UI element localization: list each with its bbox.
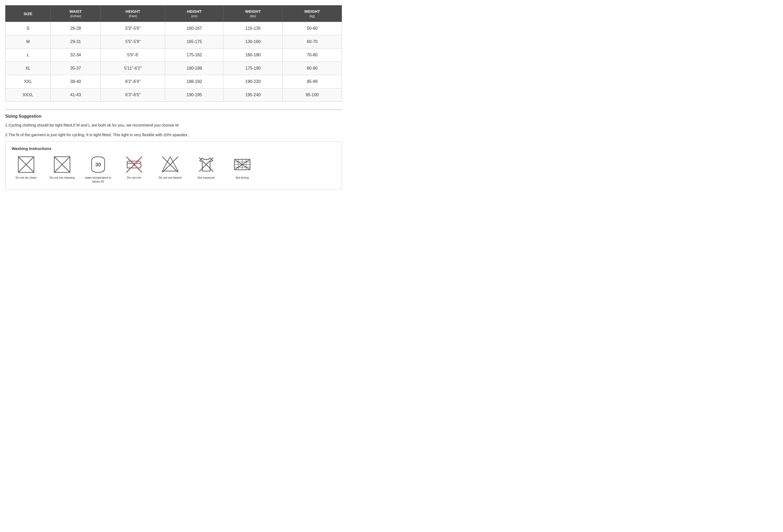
sizing-line1: 1 Cycling clothing should be tight fitte… [5, 122, 342, 128]
wash-item-label: Not exposure [197, 176, 215, 180]
table-header: WAIST(inches) [51, 5, 101, 22]
table-header: SIZE [5, 5, 51, 22]
table-cell: 95-100 [283, 89, 342, 102]
table-cell: 180-188 [165, 62, 223, 75]
table-cell: L [5, 48, 51, 62]
table-cell: XL [5, 62, 51, 75]
table-cell: 175-182 [165, 48, 223, 62]
wash-item-label: Do not dry clean [15, 176, 36, 180]
table-cell: XXXL [5, 89, 51, 102]
sizing-suggestion-section: Sizing Suggestion 1 Cycling clothing sho… [5, 114, 342, 138]
table-cell: 115-135 [223, 22, 283, 35]
do-not-dry-clean-icon [17, 156, 35, 174]
wash-item: Do not iron [120, 156, 149, 180]
table-header: HEIGHT(Feet) [101, 5, 165, 22]
table-cell: 38-40 [51, 75, 101, 89]
washing-instructions-box: Washing Instructions Do not dry clean Do… [5, 141, 342, 189]
table-cell: 85-99 [283, 75, 342, 89]
do-not-bleach-icon [161, 156, 179, 174]
wash-item-label: Do not iron [127, 176, 141, 180]
wash-item-label: Not drying [236, 176, 249, 180]
table-header: WEIGHT(ibs) [223, 5, 283, 22]
table-cell: M [5, 35, 51, 48]
table-cell: XXL [5, 75, 51, 89]
water-temp-30-icon: 30 [89, 156, 107, 174]
table-row: L32-345'9"-6'175-182160-18070-80 [5, 48, 342, 62]
svg-text:30: 30 [95, 162, 101, 167]
table-cell: 190-195 [165, 89, 223, 102]
wash-item: Do not mix cleaning [48, 156, 76, 180]
wash-item-label: Do not mix cleaning [50, 176, 75, 180]
not-drying-icon [233, 156, 251, 174]
wash-item: Not exposure [192, 156, 221, 180]
table-row: XXXL41-436'3"-6'5"190-195195-24095-100 [5, 89, 342, 102]
table-cell: 5'11"-6'2" [101, 62, 165, 75]
section-divider [5, 109, 342, 110]
table-cell: 175-190 [223, 62, 283, 75]
wash-item: Do not dry clean [12, 156, 40, 180]
table-cell: 60-70 [283, 35, 342, 48]
table-cell: 32-34 [51, 48, 101, 62]
table-cell: 160-180 [223, 48, 283, 62]
wash-item-label: water temperature is below 30 [84, 176, 113, 184]
table-cell: 165-175 [165, 35, 223, 48]
washing-title: Washing Instructions [12, 146, 335, 151]
table-cell: 190-220 [223, 75, 283, 89]
table-cell: 5'3"-5'6" [101, 22, 165, 35]
table-cell: 80-90 [283, 62, 342, 75]
table-cell: 195-240 [223, 89, 283, 102]
table-row: XL35-375'11"-6'2"180-188175-19080-90 [5, 62, 342, 75]
table-cell: 50-60 [283, 22, 342, 35]
table-row: S26-285'3"-5'6"160-167115-13550-60 [5, 22, 342, 35]
sizing-title: Sizing Suggestion [5, 114, 342, 119]
washing-icons-row: Do not dry clean Do not mix cleaning 30 … [12, 156, 335, 184]
wash-item-label: Do not use bleach [159, 176, 182, 180]
table-row: XXL38-406'2"-6'4"188-192190-22085-99 [5, 75, 342, 89]
table-cell: 6'2"-6'4" [101, 75, 165, 89]
table-cell: S [5, 22, 51, 35]
table-cell: 41-43 [51, 89, 101, 102]
table-header: HEIGHT(cm) [165, 5, 223, 22]
table-cell: 29-31 [51, 35, 101, 48]
do-not-mix-cleaning-icon [53, 156, 71, 174]
table-header: WEIGHT(kg) [283, 5, 342, 22]
wash-item: Do not use bleach [156, 156, 185, 180]
wash-item: 30 water temperature is below 30 [84, 156, 113, 184]
do-not-iron-icon [125, 156, 143, 174]
table-cell: 188-192 [165, 75, 223, 89]
table-cell: 5'5"-5'9" [101, 35, 165, 48]
size-table: SIZEWAIST(inches)HEIGHT(Feet)HEIGHT(cm)W… [5, 5, 342, 102]
table-cell: 26-28 [51, 22, 101, 35]
table-cell: 5'9"-6' [101, 48, 165, 62]
table-cell: 6'3"-6'5" [101, 89, 165, 102]
table-cell: 70-80 [283, 48, 342, 62]
not-exposure-icon [197, 156, 215, 174]
table-cell: 130-160 [223, 35, 283, 48]
table-row: M29-315'5"-5'9"165-175130-16060-70 [5, 35, 342, 48]
sizing-line2: 2 The fit of the garment is just right f… [5, 132, 342, 138]
table-cell: 35-37 [51, 62, 101, 75]
wash-item: Not drying [228, 156, 256, 180]
table-cell: 160-167 [165, 22, 223, 35]
